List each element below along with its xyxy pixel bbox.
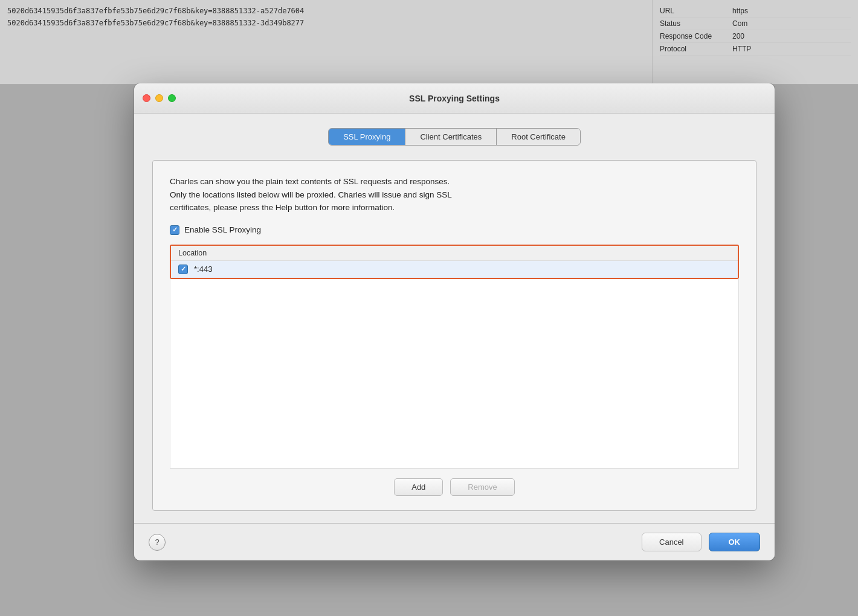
- remove-button[interactable]: Remove: [450, 478, 514, 496]
- location-table-wrapper: Location *:443: [170, 245, 739, 469]
- maximize-button[interactable]: [168, 94, 176, 102]
- close-button[interactable]: [143, 94, 150, 102]
- window-controls: [143, 94, 176, 102]
- tabs: SSL Proxying Client Certificates Root Ce…: [328, 128, 581, 146]
- dialog-content: SSL Proxying Client Certificates Root Ce…: [134, 114, 775, 523]
- dialog-footer: ? Cancel OK: [134, 523, 775, 560]
- location-table: Location *:443: [170, 245, 739, 279]
- ok-button[interactable]: OK: [709, 533, 761, 551]
- table-empty-area: [170, 279, 739, 469]
- row-location-value: *:443: [194, 265, 212, 274]
- minimize-button[interactable]: [155, 94, 163, 102]
- cancel-button[interactable]: Cancel: [642, 533, 701, 551]
- tab-ssl-proxying[interactable]: SSL Proxying: [329, 129, 405, 145]
- tabs-container: SSL Proxying Client Certificates Root Ce…: [152, 128, 756, 146]
- table-header-location: Location: [171, 246, 738, 261]
- table-row[interactable]: *:443: [171, 261, 738, 278]
- title-bar: SSL Proxying Settings: [134, 83, 775, 114]
- help-button[interactable]: ?: [149, 534, 166, 551]
- panel-description: Charles can show you the plain text cont…: [170, 175, 739, 214]
- tab-client-certificates[interactable]: Client Certificates: [405, 129, 497, 145]
- row-checkbox[interactable]: [178, 265, 188, 274]
- enable-ssl-row: Enable SSL Proxying: [170, 225, 739, 235]
- dialog-title: SSL Proxying Settings: [409, 94, 500, 103]
- add-button[interactable]: Add: [394, 478, 443, 496]
- enable-ssl-label: Enable SSL Proxying: [184, 225, 261, 234]
- add-remove-buttons: Add Remove: [170, 478, 739, 496]
- ssl-proxying-panel: Charles can show you the plain text cont…: [152, 160, 756, 511]
- enable-ssl-checkbox[interactable]: [170, 225, 179, 235]
- footer-right: Cancel OK: [642, 533, 760, 551]
- tab-root-certificate[interactable]: Root Certificate: [497, 129, 580, 145]
- ssl-proxying-dialog: SSL Proxying Settings SSL Proxying Clien…: [134, 83, 775, 560]
